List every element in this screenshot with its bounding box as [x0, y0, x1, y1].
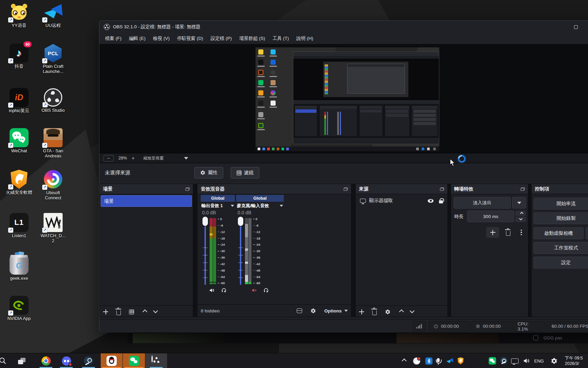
- taskbar-chrome-button[interactable]: [38, 353, 54, 368]
- desktop-icon-douyin[interactable]: ♪ 60 ↗ 抖音: [3, 44, 35, 69]
- advanced-audio-gear-icon[interactable]: [310, 308, 316, 314]
- spinner-down-button[interactable]: [515, 217, 526, 222]
- remove-scene-button[interactable]: [116, 310, 121, 315]
- desktop-icon-uu-remote[interactable]: ↗ UU远程: [37, 3, 69, 28]
- desktop-icon-geek-exe[interactable]: G geek.exe: [3, 256, 35, 281]
- monitor-off-icon[interactable]: [263, 288, 269, 293]
- preview-canvas[interactable]: [99, 44, 588, 153]
- desktop-icon-listen1[interactable]: L1 ↗ Listen1: [3, 213, 35, 239]
- tray-discord[interactable]: [413, 353, 420, 368]
- menu-tools[interactable]: 工具 (T): [269, 33, 293, 44]
- mixer-options-button[interactable]: Options: [324, 308, 348, 313]
- obs-titlebar[interactable]: OBS 32.1.0 - 設定檔: 無標題 - 場景: 無標題: [99, 21, 588, 33]
- menu-edit[interactable]: 編輯 (E): [125, 33, 149, 44]
- tray-uu-remote[interactable]: [446, 353, 453, 368]
- channel-name[interactable]: 麥克風/輸入音效: [236, 202, 284, 210]
- add-scene-button[interactable]: [103, 309, 108, 315]
- taskbar-discord-button[interactable]: [59, 353, 74, 368]
- taskbar-obs-button[interactable]: [145, 353, 167, 368]
- start-virtual-camera-button[interactable]: 啟動虛擬相機: [534, 227, 584, 239]
- volume-slider[interactable]: [236, 217, 245, 286]
- mixer-layout-toggle-icon[interactable]: [297, 308, 302, 313]
- volume-slider-handle[interactable]: [202, 217, 208, 226]
- settings-button[interactable]: 設定: [534, 257, 588, 269]
- menu-docks[interactable]: 停駐視窗 (D): [174, 33, 207, 44]
- add-transition-button[interactable]: [486, 227, 499, 238]
- maximize-button[interactable]: [568, 21, 584, 33]
- move-scene-down-button[interactable]: [153, 308, 158, 313]
- visibility-eye-icon[interactable]: [428, 199, 434, 203]
- transition-properties-button[interactable]: [517, 227, 526, 238]
- minimize-button[interactable]: [548, 21, 563, 33]
- tray-volume[interactable]: [523, 353, 530, 368]
- speaker-icon[interactable]: [209, 288, 215, 293]
- taskbar-steam-button[interactable]: [81, 353, 96, 368]
- taskbar-search-button[interactable]: [0, 353, 10, 368]
- taskbar-qq-button[interactable]: [101, 353, 122, 368]
- volume-slider[interactable]: [201, 217, 210, 286]
- uu-remote-tray-icon: [446, 358, 453, 364]
- zoom-out-button[interactable]: −: [103, 155, 114, 162]
- transition-select-arrow[interactable]: [512, 197, 526, 209]
- virtual-camera-config-button[interactable]: [586, 227, 588, 239]
- tray-expand-chevron[interactable]: [402, 353, 405, 368]
- desktop-icon-wechat[interactable]: ↗ WeChat: [3, 128, 35, 154]
- desktop-icon-gta-san-andreas[interactable]: ↗ GTA - San Andreas: [37, 128, 69, 159]
- taskbar-wechat-button[interactable]: [123, 353, 145, 368]
- tray-bluetooth[interactable]: [425, 353, 432, 368]
- zoom-fit-label[interactable]: 縮放至視窗: [143, 155, 164, 161]
- tray-huorong[interactable]: [457, 353, 464, 368]
- source-item-display-capture[interactable]: 顯示器擷取: [357, 195, 446, 206]
- menu-scene-collection[interactable]: 場景群組 (S): [235, 33, 269, 44]
- start-recording-button[interactable]: 開始錄製: [534, 212, 588, 224]
- desktop-icon-ubisoft-connect[interactable]: ↗ Ubisoft Connect: [37, 170, 69, 201]
- taskbar-clock[interactable]: 下午 09:5 2026/3/: [565, 353, 588, 368]
- tray-microphone[interactable]: [437, 353, 440, 368]
- add-source-button[interactable]: [359, 309, 364, 315]
- remove-transition-button[interactable]: [502, 227, 514, 238]
- remove-source-button[interactable]: [372, 310, 377, 315]
- volume-slider-handle[interactable]: [238, 217, 243, 226]
- zoom-in-button[interactable]: +: [132, 155, 134, 161]
- properties-button[interactable]: 屬性: [194, 167, 223, 179]
- menu-file[interactable]: 檔案 (F): [101, 33, 125, 44]
- scene-filters-button[interactable]: [129, 309, 134, 315]
- duration-input[interactable]: 300 ms: [467, 211, 514, 222]
- menu-profile[interactable]: 設定檔 (P): [207, 33, 235, 44]
- desktop-icon-nvidia-app[interactable]: ↗ NVIDIA App: [3, 296, 35, 321]
- filters-button[interactable]: 濾鏡: [231, 167, 259, 179]
- desktop-icon-watch-dogs-2[interactable]: 2 ↗ WATCH_D... 2: [37, 213, 69, 244]
- speaker-muted-icon[interactable]: [251, 288, 257, 293]
- desktop-icon-obs-studio[interactable]: ↗ OBS Studio: [37, 88, 69, 113]
- start-streaming-button[interactable]: 開始串流: [534, 198, 588, 210]
- studio-mode-button[interactable]: 工作室模式: [534, 242, 588, 254]
- popout-icon[interactable]: [521, 187, 525, 191]
- move-source-up-button[interactable]: [399, 309, 404, 314]
- channel-name[interactable]: 輸出音效 1: [201, 202, 235, 210]
- zoom-dropdown-arrow-icon[interactable]: [184, 157, 188, 159]
- desktop-icon-yy-voice[interactable]: ↗ YY语音: [3, 3, 35, 28]
- desktop-icon-inphic[interactable]: iD ↗ inphic英云: [3, 88, 35, 113]
- move-scene-up-button[interactable]: [143, 309, 147, 314]
- menu-help[interactable]: 說明 (H): [293, 33, 317, 44]
- tray-language[interactable]: ENG: [534, 353, 544, 368]
- popout-icon[interactable]: [440, 187, 444, 191]
- tray-network[interactable]: [511, 353, 519, 368]
- tray-steam[interactable]: [500, 353, 508, 368]
- popout-icon[interactable]: [344, 187, 348, 191]
- popout-icon[interactable]: [185, 187, 190, 191]
- source-properties-gear-icon[interactable]: [385, 309, 391, 315]
- monitor-off-icon[interactable]: [221, 288, 227, 293]
- spinner-up-button[interactable]: [515, 211, 526, 216]
- tray-wechat[interactable]: [489, 353, 496, 368]
- desktop-icon-huorong[interactable]: ↗ 火絨安全軟體: [3, 170, 35, 195]
- desktop-icon-pcl[interactable]: PCL ↗ Plain Craft Launche...: [37, 44, 69, 74]
- tray-settings[interactable]: [551, 353, 558, 368]
- shortcut-arrow-icon: ↗: [8, 184, 13, 189]
- transition-select[interactable]: 淡入淡出: [454, 197, 511, 209]
- lock-icon[interactable]: [439, 200, 443, 203]
- scene-item-selected[interactable]: 場景: [101, 195, 192, 207]
- menu-view[interactable]: 檢視 (V): [149, 33, 174, 44]
- task-view-button[interactable]: [14, 353, 29, 368]
- move-source-down-button[interactable]: [410, 308, 414, 313]
